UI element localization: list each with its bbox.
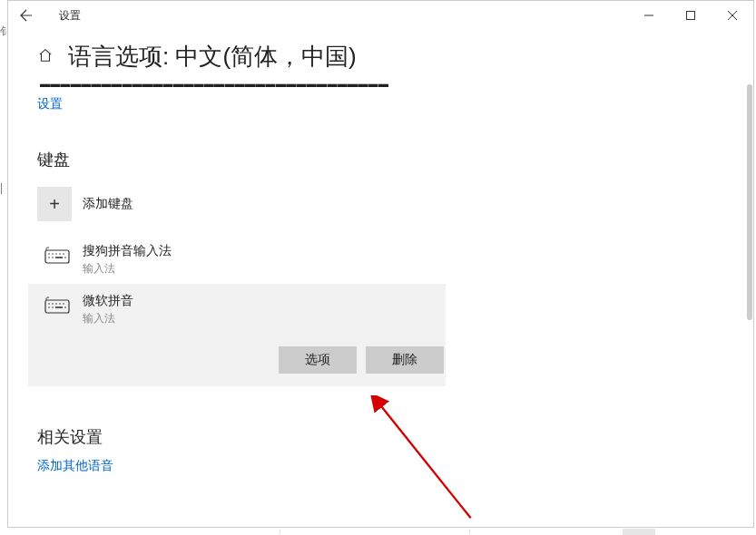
keyboard-item-text: 微软拼音 输入法 bbox=[83, 293, 133, 326]
back-arrow-icon bbox=[19, 8, 34, 23]
svg-point-23 bbox=[64, 306, 66, 308]
back-button[interactable] bbox=[15, 5, 37, 26]
background-fragment bbox=[280, 530, 470, 534]
keyboard-icon bbox=[44, 296, 70, 317]
close-button[interactable] bbox=[712, 1, 753, 30]
svg-point-19 bbox=[63, 303, 64, 305]
options-button[interactable]: 选项 bbox=[279, 346, 357, 374]
add-keyboard-button[interactable]: + 添加键盘 bbox=[37, 187, 724, 221]
edge-fragment: 钅 bbox=[0, 24, 5, 42]
svg-point-10 bbox=[48, 257, 50, 258]
titlebar: 设置 bbox=[8, 1, 753, 30]
svg-point-5 bbox=[48, 253, 50, 255]
svg-point-17 bbox=[55, 303, 57, 305]
related-settings-title: 相关设置 bbox=[37, 426, 724, 448]
svg-point-15 bbox=[48, 303, 50, 305]
svg-point-8 bbox=[59, 253, 61, 255]
close-icon bbox=[728, 11, 737, 20]
settings-window: 设置 语言选项: 中文(简体，中国) ▬▬▬▬▬▬▬▬▬▬▬▬▬▬▬▬▬▬▬▬▬… bbox=[7, 0, 754, 528]
titlebar-left: 设置 bbox=[15, 5, 81, 26]
svg-point-18 bbox=[59, 303, 61, 305]
svg-rect-12 bbox=[55, 257, 63, 258]
window-title: 设置 bbox=[59, 8, 81, 24]
keyboard-subtype: 输入法 bbox=[83, 261, 172, 277]
svg-rect-22 bbox=[55, 306, 63, 308]
maximize-button[interactable] bbox=[670, 1, 712, 30]
keyboard-name: 微软拼音 bbox=[83, 293, 133, 309]
plus-icon: + bbox=[37, 187, 72, 221]
add-other-voice-link[interactable]: 添加其他语音 bbox=[37, 458, 113, 472]
keyboard-name: 搜狗拼音输入法 bbox=[83, 243, 172, 259]
minimize-icon bbox=[644, 11, 653, 20]
svg-point-13 bbox=[64, 257, 66, 258]
keyboard-item-sogou[interactable]: 搜狗拼音输入法 输入法 bbox=[37, 238, 724, 284]
svg-point-11 bbox=[52, 257, 54, 258]
svg-rect-1 bbox=[687, 12, 695, 20]
svg-point-21 bbox=[52, 306, 54, 308]
svg-point-16 bbox=[52, 303, 54, 305]
scrollbar-thumb[interactable] bbox=[747, 84, 752, 320]
home-icon[interactable] bbox=[37, 47, 54, 67]
svg-rect-4 bbox=[45, 250, 69, 263]
svg-point-7 bbox=[55, 253, 57, 255]
keyboard-section-title: 键盘 bbox=[37, 149, 724, 170]
keyboard-item-microsoft-selected[interactable]: 微软拼音 输入法 选项 删除 bbox=[28, 284, 446, 386]
keyboard-item-microsoft: 微软拼音 输入法 bbox=[44, 293, 446, 326]
add-keyboard-label: 添加键盘 bbox=[83, 196, 133, 212]
svg-point-20 bbox=[48, 306, 50, 308]
keyboard-subtype: 输入法 bbox=[83, 311, 133, 326]
keyboard-item-text: 搜狗拼音输入法 输入法 bbox=[83, 243, 172, 277]
keyboard-actions: 选项 删除 bbox=[44, 346, 444, 374]
svg-point-6 bbox=[52, 253, 54, 255]
background-fragment-2 bbox=[623, 529, 655, 535]
header-row: 语言选项: 中文(简体，中国) bbox=[37, 41, 724, 73]
keyboard-icon bbox=[44, 246, 70, 268]
settings-link[interactable]: 设置 bbox=[37, 96, 63, 112]
window-controls bbox=[628, 1, 753, 30]
svg-rect-14 bbox=[45, 300, 69, 313]
remove-button[interactable]: 删除 bbox=[366, 346, 444, 374]
content-area: 语言选项: 中文(简体，中国) ▬▬▬▬▬▬▬▬▬▬▬▬▬▬▬▬▬▬▬▬▬▬▬▬… bbox=[8, 30, 753, 527]
maximize-icon bbox=[686, 11, 695, 20]
svg-point-9 bbox=[63, 253, 64, 255]
edge-fragment-2: | bbox=[0, 181, 5, 199]
truncated-description: ▬▬▬▬▬▬▬▬▬▬▬▬▬▬▬▬▬▬▬▬▬▬▬▬▬▬▬▬▬▬▬▬▬▬ bbox=[40, 78, 724, 89]
page-title: 语言选项: 中文(简体，中国) bbox=[68, 41, 357, 73]
minimize-button[interactable] bbox=[628, 1, 670, 30]
